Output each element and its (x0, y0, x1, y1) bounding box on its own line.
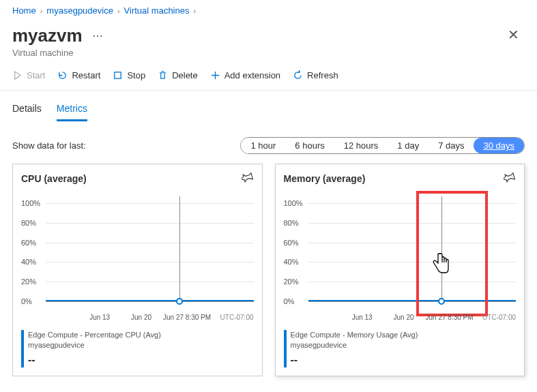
legend-series-name: Edge Compute - Percentage CPU (Avg) (28, 330, 161, 340)
y-tick: 60% (284, 239, 299, 247)
pill-12hours[interactable]: 12 hours (334, 138, 388, 153)
chart-cursor (441, 196, 442, 304)
timezone-label: UTC-07:00 (482, 314, 516, 321)
chevron-right-icon: › (117, 7, 120, 15)
memory-series-line (308, 300, 517, 301)
restart-icon (57, 70, 68, 80)
legend-series-name: Edge Compute - Memory Usage (Avg) (291, 330, 418, 340)
refresh-icon (293, 70, 303, 80)
hand-cursor-icon (430, 252, 450, 280)
pin-icon (242, 171, 254, 183)
cpu-chart[interactable]: 100% 80% 60% 40% 20% 0% (21, 191, 254, 314)
cpu-legend: Edge Compute - Percentage CPU (Avg) myas… (21, 330, 254, 367)
time-range-selector[interactable]: 1 hour 6 hours 12 hours 1 day 7 days 30 … (240, 137, 525, 154)
add-extension-label: Add extension (224, 70, 280, 80)
x-tick: Jun 13 (89, 314, 110, 321)
y-tick: 100% (21, 199, 40, 207)
refresh-label: Refresh (307, 70, 338, 80)
page-title: myazvm (12, 25, 83, 46)
pin-button[interactable] (504, 171, 516, 185)
memory-legend: Edge Compute - Memory Usage (Avg) myaseg… (284, 330, 517, 367)
x-tick: Jun 20 (131, 314, 151, 321)
legend-resource-name: myasegpudevice (291, 340, 418, 350)
stop-icon (113, 70, 123, 80)
pill-30days[interactable]: 30 days (474, 138, 524, 153)
x-tick: Jun 27 8:30 PM (163, 314, 211, 321)
breadcrumb-home[interactable]: Home (12, 5, 36, 16)
timezone-label: UTC-07:00 (220, 314, 254, 321)
memory-chart[interactable]: 100% 80% 60% 40% 20% 0% (284, 191, 517, 314)
y-tick: 40% (21, 258, 36, 266)
divider (0, 90, 537, 91)
cpu-chart-card: CPU (average) 100% 80% 60% 40% 20% 0% Ju… (12, 164, 263, 376)
y-tick: 80% (284, 219, 299, 227)
annotation-highlight (416, 191, 489, 316)
legend-value: -- (28, 352, 161, 367)
legend-resource-name: myasegpudevice (28, 340, 161, 350)
memory-card-title: Memory (average) (284, 173, 366, 184)
time-range-label: Show data for last: (12, 140, 86, 151)
start-label: Start (27, 70, 45, 80)
pill-1day[interactable]: 1 day (388, 138, 429, 153)
breadcrumb-section[interactable]: Virtual machines (124, 5, 190, 16)
restart-label: Restart (72, 70, 100, 80)
play-icon (12, 70, 23, 80)
stop-button[interactable]: Stop (113, 70, 145, 80)
x-tick: Jun 20 (394, 314, 414, 321)
y-tick: 40% (284, 258, 299, 266)
more-actions-button[interactable]: ⋯ (92, 29, 104, 42)
tab-details[interactable]: Details (12, 99, 42, 121)
tab-bar: Details Metrics (12, 99, 525, 122)
x-tick: Jun 13 (352, 314, 373, 321)
chevron-right-icon: › (193, 7, 196, 15)
y-tick: 20% (21, 277, 36, 286)
stop-label: Stop (127, 70, 145, 80)
close-button[interactable]: ✕ (502, 25, 525, 44)
restart-button[interactable]: Restart (57, 70, 100, 80)
tab-metrics[interactable]: Metrics (57, 99, 87, 121)
y-tick: 80% (21, 219, 36, 227)
memory-chart-card: Memory (average) 100% 80% 60% 40% 20% 0% (275, 164, 525, 376)
x-tick: Jun 27 8:30 PM (426, 314, 474, 321)
cpu-card-title: CPU (average) (21, 173, 87, 184)
y-tick: 100% (284, 199, 303, 207)
pin-icon (504, 171, 516, 183)
command-bar: Start Restart Stop Delete Add extension … (12, 70, 525, 90)
plus-icon (210, 70, 220, 80)
y-tick: 20% (284, 277, 299, 286)
pin-button[interactable] (242, 171, 254, 185)
cpu-series-line (46, 300, 254, 301)
y-tick: 0% (284, 297, 295, 305)
chart-cursor (179, 196, 180, 304)
legend-value: -- (291, 352, 418, 367)
start-button[interactable]: Start (12, 70, 45, 80)
y-tick: 0% (21, 297, 32, 305)
chevron-right-icon: › (40, 7, 43, 15)
svg-rect-0 (115, 72, 121, 78)
chart-cursor-dot (438, 298, 445, 305)
resource-type-label: Virtual machine (12, 48, 104, 58)
refresh-button[interactable]: Refresh (293, 70, 338, 80)
pill-7days[interactable]: 7 days (429, 138, 474, 153)
y-tick: 60% (21, 239, 36, 247)
breadcrumb: Home › myasegpudevice › Virtual machines… (12, 5, 525, 16)
add-extension-button[interactable]: Add extension (210, 70, 280, 80)
delete-button[interactable]: Delete (158, 70, 198, 80)
pill-6hours[interactable]: 6 hours (285, 138, 334, 153)
delete-label: Delete (172, 70, 198, 80)
chart-cursor-dot (176, 298, 183, 305)
pill-1hour[interactable]: 1 hour (241, 138, 285, 153)
trash-icon (158, 70, 168, 80)
breadcrumb-device[interactable]: myasegpudevice (46, 5, 113, 16)
